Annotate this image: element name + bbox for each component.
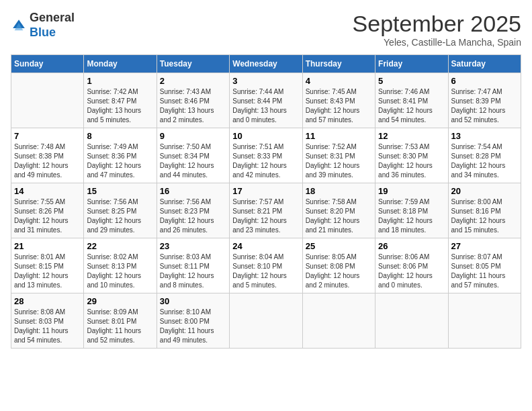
day-header-friday: Friday <box>375 55 448 73</box>
day-number: 9 <box>160 131 226 141</box>
week-row-5: 28Sunrise: 8:08 AMSunset: 8:03 PMDayligh… <box>11 293 521 349</box>
day-number: 21 <box>14 241 81 251</box>
day-number: 11 <box>306 131 372 141</box>
day-info: Sunrise: 7:46 AMSunset: 8:41 PMDaylight:… <box>378 87 445 125</box>
day-number: 20 <box>451 186 518 196</box>
day-info: Sunrise: 7:55 AMSunset: 8:26 PMDaylight:… <box>14 197 81 235</box>
day-info: Sunrise: 7:43 AMSunset: 8:46 PMDaylight:… <box>160 87 226 125</box>
day-info: Sunrise: 7:58 AMSunset: 8:20 PMDaylight:… <box>306 197 372 235</box>
day-cell <box>448 293 521 349</box>
logo-blue-text: Blue <box>30 26 56 39</box>
day-info: Sunrise: 7:59 AMSunset: 8:18 PMDaylight:… <box>378 197 445 235</box>
day-number: 18 <box>306 186 372 196</box>
day-cell: 22Sunrise: 8:02 AMSunset: 8:13 PMDayligh… <box>84 238 157 293</box>
day-header-wednesday: Wednesday <box>230 55 302 73</box>
calendar-table: SundayMondayTuesdayWednesdayThursdayFrid… <box>11 54 521 349</box>
week-row-2: 7Sunrise: 7:48 AMSunset: 8:38 PMDaylight… <box>11 128 521 183</box>
day-info: Sunrise: 8:05 AMSunset: 8:08 PMDaylight:… <box>306 253 372 290</box>
day-cell: 24Sunrise: 8:04 AMSunset: 8:10 PMDayligh… <box>230 238 302 293</box>
day-number: 28 <box>14 296 81 306</box>
calendar-title: September 2025 <box>353 11 521 37</box>
day-info: Sunrise: 8:04 AMSunset: 8:10 PMDaylight:… <box>232 253 299 290</box>
day-cell: 18Sunrise: 7:58 AMSunset: 8:20 PMDayligh… <box>302 183 375 238</box>
day-cell: 6Sunrise: 7:47 AMSunset: 8:39 PMDaylight… <box>448 73 521 128</box>
day-cell: 1Sunrise: 7:42 AMSunset: 8:47 PMDaylight… <box>84 73 157 128</box>
day-number: 7 <box>14 131 81 141</box>
day-number: 15 <box>87 186 153 196</box>
day-header-saturday: Saturday <box>448 55 521 73</box>
day-cell: 20Sunrise: 8:00 AMSunset: 8:16 PMDayligh… <box>448 183 521 238</box>
day-info: Sunrise: 8:03 AMSunset: 8:11 PMDaylight:… <box>160 253 226 290</box>
day-info: Sunrise: 7:52 AMSunset: 8:31 PMDaylight:… <box>306 142 372 180</box>
day-number: 10 <box>232 131 299 141</box>
day-info: Sunrise: 7:42 AMSunset: 8:47 PMDaylight:… <box>87 87 153 125</box>
day-header-sunday: Sunday <box>11 55 84 73</box>
calendar-subtitle: Yeles, Castille-La Mancha, Spain <box>353 37 521 48</box>
day-info: Sunrise: 8:07 AMSunset: 8:05 PMDaylight:… <box>451 253 518 290</box>
day-info: Sunrise: 8:09 AMSunset: 8:01 PMDaylight:… <box>87 308 153 345</box>
week-row-1: 1Sunrise: 7:42 AMSunset: 8:47 PMDaylight… <box>11 73 521 128</box>
day-cell: 10Sunrise: 7:51 AMSunset: 8:33 PMDayligh… <box>230 128 302 183</box>
day-cell <box>375 293 448 349</box>
day-cell: 16Sunrise: 7:56 AMSunset: 8:23 PMDayligh… <box>157 183 229 238</box>
day-header-thursday: Thursday <box>302 55 375 73</box>
day-info: Sunrise: 7:50 AMSunset: 8:34 PMDaylight:… <box>160 142 226 180</box>
day-info: Sunrise: 7:53 AMSunset: 8:30 PMDaylight:… <box>378 142 445 180</box>
day-number: 22 <box>87 241 153 251</box>
day-info: Sunrise: 8:10 AMSunset: 8:00 PMDaylight:… <box>160 308 226 345</box>
day-cell: 8Sunrise: 7:49 AMSunset: 8:36 PMDaylight… <box>84 128 157 183</box>
day-number: 26 <box>378 241 445 251</box>
day-number: 17 <box>232 186 299 196</box>
day-info: Sunrise: 7:57 AMSunset: 8:21 PMDaylight:… <box>232 197 299 235</box>
day-cell <box>302 293 375 349</box>
day-cell: 15Sunrise: 7:56 AMSunset: 8:25 PMDayligh… <box>84 183 157 238</box>
day-number: 23 <box>160 241 226 251</box>
page-header: General Blue September 2025 Yeles, Casti… <box>11 11 521 48</box>
day-number: 1 <box>87 76 153 86</box>
day-cell: 5Sunrise: 7:46 AMSunset: 8:41 PMDaylight… <box>375 73 448 128</box>
day-cell: 23Sunrise: 8:03 AMSunset: 8:11 PMDayligh… <box>157 238 229 293</box>
day-number: 2 <box>160 76 226 86</box>
day-info: Sunrise: 8:02 AMSunset: 8:13 PMDaylight:… <box>87 253 153 290</box>
day-info: Sunrise: 7:54 AMSunset: 8:28 PMDaylight:… <box>451 142 518 180</box>
day-header-tuesday: Tuesday <box>157 55 229 73</box>
day-cell: 11Sunrise: 7:52 AMSunset: 8:31 PMDayligh… <box>302 128 375 183</box>
day-info: Sunrise: 8:06 AMSunset: 8:06 PMDaylight:… <box>378 253 445 290</box>
day-cell: 26Sunrise: 8:06 AMSunset: 8:06 PMDayligh… <box>375 238 448 293</box>
day-cell: 25Sunrise: 8:05 AMSunset: 8:08 PMDayligh… <box>302 238 375 293</box>
day-number: 30 <box>160 296 226 306</box>
day-info: Sunrise: 7:44 AMSunset: 8:44 PMDaylight:… <box>232 87 299 125</box>
day-cell: 2Sunrise: 7:43 AMSunset: 8:46 PMDaylight… <box>157 73 229 128</box>
day-header-monday: Monday <box>84 55 157 73</box>
day-info: Sunrise: 7:45 AMSunset: 8:43 PMDaylight:… <box>306 87 372 125</box>
day-number: 19 <box>378 186 445 196</box>
day-cell: 13Sunrise: 7:54 AMSunset: 8:28 PMDayligh… <box>448 128 521 183</box>
day-cell: 21Sunrise: 8:01 AMSunset: 8:15 PMDayligh… <box>11 238 84 293</box>
day-cell: 17Sunrise: 7:57 AMSunset: 8:21 PMDayligh… <box>230 183 302 238</box>
day-cell: 4Sunrise: 7:45 AMSunset: 8:43 PMDaylight… <box>302 73 375 128</box>
day-number: 16 <box>160 186 226 196</box>
day-info: Sunrise: 7:56 AMSunset: 8:25 PMDaylight:… <box>87 197 153 235</box>
day-cell: 7Sunrise: 7:48 AMSunset: 8:38 PMDaylight… <box>11 128 84 183</box>
day-cell: 9Sunrise: 7:50 AMSunset: 8:34 PMDaylight… <box>157 128 229 183</box>
day-cell <box>11 73 84 128</box>
week-row-3: 14Sunrise: 7:55 AMSunset: 8:26 PMDayligh… <box>11 183 521 238</box>
day-info: Sunrise: 7:47 AMSunset: 8:39 PMDaylight:… <box>451 87 518 125</box>
logo: General Blue <box>11 11 75 40</box>
day-number: 29 <box>87 296 153 306</box>
day-number: 13 <box>451 131 518 141</box>
day-cell: 14Sunrise: 7:55 AMSunset: 8:26 PMDayligh… <box>11 183 84 238</box>
logo-general-text: General <box>30 11 75 24</box>
day-number: 27 <box>451 241 518 251</box>
day-number: 3 <box>232 76 299 86</box>
day-number: 25 <box>306 241 372 251</box>
day-cell: 12Sunrise: 7:53 AMSunset: 8:30 PMDayligh… <box>375 128 448 183</box>
day-number: 8 <box>87 131 153 141</box>
day-info: Sunrise: 8:01 AMSunset: 8:15 PMDaylight:… <box>14 253 81 290</box>
day-number: 24 <box>232 241 299 251</box>
day-number: 6 <box>451 76 518 86</box>
day-number: 14 <box>14 186 81 196</box>
day-cell: 28Sunrise: 8:08 AMSunset: 8:03 PMDayligh… <box>11 293 84 349</box>
header-row: SundayMondayTuesdayWednesdayThursdayFrid… <box>11 55 521 73</box>
day-number: 5 <box>378 76 445 86</box>
